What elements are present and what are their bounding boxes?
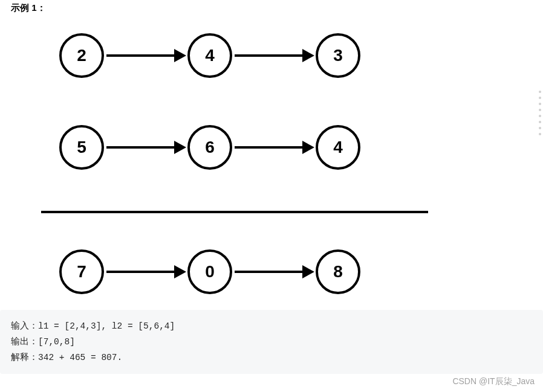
node-l1-0: 2 [59, 33, 104, 78]
arrow-icon [106, 268, 185, 275]
node-result-0: 7 [59, 249, 104, 294]
watermark-text: CSDN @IT辰柒_Java [452, 376, 535, 387]
node-l2-0: 5 [59, 125, 104, 170]
scroll-indicator [539, 91, 541, 135]
output-explanation-line: 解释：342 + 465 = 807. [11, 350, 532, 365]
node-l1-1: 4 [187, 33, 232, 78]
arrow-icon [235, 52, 313, 59]
node-result-1: 0 [187, 249, 232, 294]
example-title: 示例 1： [11, 2, 532, 14]
list-row-l2: 5 6 4 [59, 125, 532, 170]
output-output-line: 输出：[7,0,8] [11, 334, 532, 350]
arrow-icon [106, 144, 185, 151]
content-container: 示例 1： 2 4 3 5 6 [0, 0, 543, 294]
divider-line [41, 211, 428, 213]
node-l2-1: 6 [187, 125, 232, 170]
node-result-2: 8 [316, 249, 360, 294]
arrow-icon [235, 144, 313, 151]
arrow-icon [106, 52, 185, 59]
code-output-box: 输入：l1 = [2,4,3], l2 = [5,6,4] 输出：[7,0,8]… [0, 310, 543, 374]
output-input-line: 输入：l1 = [2,4,3], l2 = [5,6,4] [11, 318, 532, 334]
list-row-result: 7 0 8 [59, 249, 532, 294]
list-row-l1: 2 4 3 [59, 33, 532, 78]
linked-list-diagram: 2 4 3 5 6 4 [11, 28, 532, 294]
node-l1-2: 3 [316, 33, 360, 78]
arrow-icon [235, 268, 313, 275]
node-l2-2: 4 [316, 125, 360, 170]
